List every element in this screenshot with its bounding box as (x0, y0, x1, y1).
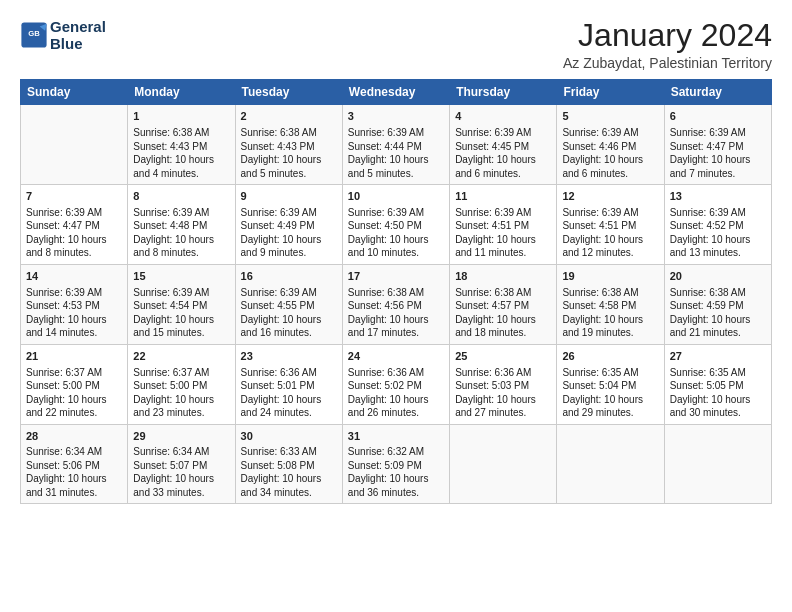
day-number: 23 (241, 349, 337, 364)
calendar-cell: 20Sunrise: 6:38 AM Sunset: 4:59 PM Dayli… (664, 264, 771, 344)
day-number: 30 (241, 429, 337, 444)
day-detail: Sunrise: 6:39 AM Sunset: 4:45 PM Dayligh… (455, 126, 551, 180)
day-detail: Sunrise: 6:39 AM Sunset: 4:54 PM Dayligh… (133, 286, 229, 340)
week-row: 28Sunrise: 6:34 AM Sunset: 5:06 PM Dayli… (21, 424, 772, 504)
day-detail: Sunrise: 6:36 AM Sunset: 5:03 PM Dayligh… (455, 366, 551, 420)
day-detail: Sunrise: 6:39 AM Sunset: 4:51 PM Dayligh… (455, 206, 551, 260)
calendar-cell: 30Sunrise: 6:33 AM Sunset: 5:08 PM Dayli… (235, 424, 342, 504)
day-detail: Sunrise: 6:38 AM Sunset: 4:56 PM Dayligh… (348, 286, 444, 340)
day-detail: Sunrise: 6:39 AM Sunset: 4:47 PM Dayligh… (670, 126, 766, 180)
calendar-table: SundayMondayTuesdayWednesdayThursdayFrid… (20, 79, 772, 504)
week-row: 14Sunrise: 6:39 AM Sunset: 4:53 PM Dayli… (21, 264, 772, 344)
day-detail: Sunrise: 6:38 AM Sunset: 4:57 PM Dayligh… (455, 286, 551, 340)
day-number: 9 (241, 189, 337, 204)
week-row: 21Sunrise: 6:37 AM Sunset: 5:00 PM Dayli… (21, 344, 772, 424)
calendar-cell: 10Sunrise: 6:39 AM Sunset: 4:50 PM Dayli… (342, 185, 449, 265)
day-detail: Sunrise: 6:39 AM Sunset: 4:55 PM Dayligh… (241, 286, 337, 340)
day-detail: Sunrise: 6:35 AM Sunset: 5:04 PM Dayligh… (562, 366, 658, 420)
header-day: Saturday (664, 80, 771, 105)
day-detail: Sunrise: 6:39 AM Sunset: 4:51 PM Dayligh… (562, 206, 658, 260)
title-block: January 2024 Az Zubaydat, Palestinian Te… (563, 18, 772, 71)
day-detail: Sunrise: 6:37 AM Sunset: 5:00 PM Dayligh… (26, 366, 122, 420)
header-day: Tuesday (235, 80, 342, 105)
day-detail: Sunrise: 6:39 AM Sunset: 4:44 PM Dayligh… (348, 126, 444, 180)
calendar-cell: 19Sunrise: 6:38 AM Sunset: 4:58 PM Dayli… (557, 264, 664, 344)
header-day: Friday (557, 80, 664, 105)
header: GB General Blue January 2024 Az Zubaydat… (20, 18, 772, 71)
day-detail: Sunrise: 6:38 AM Sunset: 4:43 PM Dayligh… (133, 126, 229, 180)
calendar-cell: 1Sunrise: 6:38 AM Sunset: 4:43 PM Daylig… (128, 105, 235, 185)
calendar-cell: 27Sunrise: 6:35 AM Sunset: 5:05 PM Dayli… (664, 344, 771, 424)
calendar-cell (557, 424, 664, 504)
calendar-cell: 2Sunrise: 6:38 AM Sunset: 4:43 PM Daylig… (235, 105, 342, 185)
day-detail: Sunrise: 6:39 AM Sunset: 4:47 PM Dayligh… (26, 206, 122, 260)
main-title: January 2024 (563, 18, 772, 53)
logo: GB General Blue (20, 18, 106, 53)
day-detail: Sunrise: 6:38 AM Sunset: 4:43 PM Dayligh… (241, 126, 337, 180)
day-number: 21 (26, 349, 122, 364)
calendar-cell: 25Sunrise: 6:36 AM Sunset: 5:03 PM Dayli… (450, 344, 557, 424)
calendar-cell (450, 424, 557, 504)
calendar-cell: 24Sunrise: 6:36 AM Sunset: 5:02 PM Dayli… (342, 344, 449, 424)
day-detail: Sunrise: 6:36 AM Sunset: 5:01 PM Dayligh… (241, 366, 337, 420)
logo-line2: Blue (50, 35, 106, 52)
calendar-cell: 17Sunrise: 6:38 AM Sunset: 4:56 PM Dayli… (342, 264, 449, 344)
calendar-cell: 16Sunrise: 6:39 AM Sunset: 4:55 PM Dayli… (235, 264, 342, 344)
calendar-cell: 6Sunrise: 6:39 AM Sunset: 4:47 PM Daylig… (664, 105, 771, 185)
day-number: 7 (26, 189, 122, 204)
day-number: 16 (241, 269, 337, 284)
day-number: 28 (26, 429, 122, 444)
header-day: Thursday (450, 80, 557, 105)
day-number: 6 (670, 109, 766, 124)
day-number: 4 (455, 109, 551, 124)
day-number: 8 (133, 189, 229, 204)
day-number: 19 (562, 269, 658, 284)
day-number: 29 (133, 429, 229, 444)
day-number: 25 (455, 349, 551, 364)
day-detail: Sunrise: 6:39 AM Sunset: 4:53 PM Dayligh… (26, 286, 122, 340)
day-detail: Sunrise: 6:34 AM Sunset: 5:06 PM Dayligh… (26, 445, 122, 499)
calendar-cell: 9Sunrise: 6:39 AM Sunset: 4:49 PM Daylig… (235, 185, 342, 265)
calendar-cell: 26Sunrise: 6:35 AM Sunset: 5:04 PM Dayli… (557, 344, 664, 424)
day-detail: Sunrise: 6:34 AM Sunset: 5:07 PM Dayligh… (133, 445, 229, 499)
day-detail: Sunrise: 6:39 AM Sunset: 4:48 PM Dayligh… (133, 206, 229, 260)
calendar-cell: 11Sunrise: 6:39 AM Sunset: 4:51 PM Dayli… (450, 185, 557, 265)
calendar-cell: 28Sunrise: 6:34 AM Sunset: 5:06 PM Dayli… (21, 424, 128, 504)
calendar-cell: 4Sunrise: 6:39 AM Sunset: 4:45 PM Daylig… (450, 105, 557, 185)
calendar-cell: 12Sunrise: 6:39 AM Sunset: 4:51 PM Dayli… (557, 185, 664, 265)
day-number: 2 (241, 109, 337, 124)
day-number: 27 (670, 349, 766, 364)
header-row: SundayMondayTuesdayWednesdayThursdayFrid… (21, 80, 772, 105)
day-detail: Sunrise: 6:39 AM Sunset: 4:50 PM Dayligh… (348, 206, 444, 260)
calendar-cell (21, 105, 128, 185)
day-detail: Sunrise: 6:32 AM Sunset: 5:09 PM Dayligh… (348, 445, 444, 499)
calendar-cell: 23Sunrise: 6:36 AM Sunset: 5:01 PM Dayli… (235, 344, 342, 424)
day-number: 24 (348, 349, 444, 364)
day-number: 22 (133, 349, 229, 364)
day-number: 13 (670, 189, 766, 204)
day-detail: Sunrise: 6:39 AM Sunset: 4:46 PM Dayligh… (562, 126, 658, 180)
day-number: 26 (562, 349, 658, 364)
week-row: 1Sunrise: 6:38 AM Sunset: 4:43 PM Daylig… (21, 105, 772, 185)
day-detail: Sunrise: 6:38 AM Sunset: 4:59 PM Dayligh… (670, 286, 766, 340)
day-number: 18 (455, 269, 551, 284)
day-detail: Sunrise: 6:37 AM Sunset: 5:00 PM Dayligh… (133, 366, 229, 420)
day-number: 14 (26, 269, 122, 284)
calendar-cell: 8Sunrise: 6:39 AM Sunset: 4:48 PM Daylig… (128, 185, 235, 265)
day-detail: Sunrise: 6:36 AM Sunset: 5:02 PM Dayligh… (348, 366, 444, 420)
day-number: 10 (348, 189, 444, 204)
header-day: Wednesday (342, 80, 449, 105)
calendar-cell: 18Sunrise: 6:38 AM Sunset: 4:57 PM Dayli… (450, 264, 557, 344)
svg-text:GB: GB (28, 30, 40, 39)
day-number: 17 (348, 269, 444, 284)
calendar-cell: 21Sunrise: 6:37 AM Sunset: 5:00 PM Dayli… (21, 344, 128, 424)
header-day: Monday (128, 80, 235, 105)
calendar-cell: 15Sunrise: 6:39 AM Sunset: 4:54 PM Dayli… (128, 264, 235, 344)
calendar-cell: 7Sunrise: 6:39 AM Sunset: 4:47 PM Daylig… (21, 185, 128, 265)
calendar-cell: 5Sunrise: 6:39 AM Sunset: 4:46 PM Daylig… (557, 105, 664, 185)
day-number: 5 (562, 109, 658, 124)
logo-icon: GB (20, 21, 48, 49)
week-row: 7Sunrise: 6:39 AM Sunset: 4:47 PM Daylig… (21, 185, 772, 265)
calendar-page: GB General Blue January 2024 Az Zubaydat… (0, 0, 792, 612)
day-number: 12 (562, 189, 658, 204)
